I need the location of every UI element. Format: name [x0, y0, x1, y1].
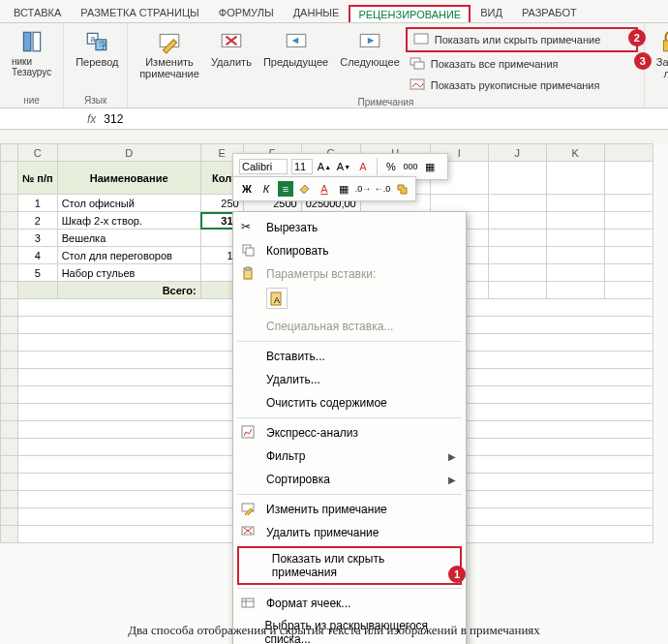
col-header-j[interactable]: J [488, 144, 546, 162]
svg-text:a: a [91, 34, 96, 44]
group-label-proofing: ние [6, 93, 57, 106]
ctx-quick-analysis[interactable]: Экспресс-анализ [233, 421, 466, 445]
ctx-filter[interactable]: Фильтр▶ [233, 445, 466, 468]
copy-icon [241, 243, 257, 259]
svg-text:字: 字 [99, 41, 107, 50]
cell[interactable]: Набор стульев [57, 264, 200, 282]
cell[interactable]: Вешелка [57, 230, 200, 247]
ctx-edit-comment[interactable]: Изменить примечание [233, 498, 466, 521]
total-label: Всего: [57, 282, 200, 299]
context-menu: ✂ Вырезать Копировать Параметры вставки:… [232, 211, 467, 644]
show-ink-comments-button[interactable]: Показать рукописные примечания 3 [406, 76, 638, 95]
tab-insert[interactable]: ВСТАВКА [4, 3, 71, 22]
cell[interactable]: Шкаф 2-х створ. [57, 212, 200, 230]
borders-icon[interactable]: ▦ [336, 181, 351, 197]
tab-page-layout[interactable]: РАЗМЕТКА СТРАНИЦЫ [71, 3, 208, 22]
svg-rect-21 [242, 426, 254, 438]
show-hide-comment-highlight: Показать или скрыть примечание 2 [406, 27, 638, 52]
previous-comment-button[interactable]: Предыдущее [258, 27, 334, 70]
formula-bar: fx 312 [0, 108, 668, 130]
tab-formulas[interactable]: ФОРМУЛЫ [209, 3, 284, 22]
align-center-icon[interactable]: ≡ [278, 181, 293, 197]
bold-button[interactable]: Ж [239, 181, 255, 197]
svg-rect-0 [23, 32, 31, 51]
cell[interactable]: 5 [18, 264, 58, 282]
ctx-sort[interactable]: Сортировка▶ [233, 468, 466, 491]
corner-cell[interactable] [1, 144, 18, 162]
protect-button[interactable]: Защи ли [651, 27, 668, 81]
ctx-paste-special[interactable]: Специальная вставка... [233, 315, 466, 338]
translate-button[interactable]: a字 Перевод [70, 27, 124, 70]
paste-option-default[interactable]: A [266, 288, 288, 309]
delete-comment-icon [219, 29, 244, 54]
svg-rect-10 [414, 34, 428, 44]
svg-text:A: A [274, 295, 280, 305]
formula-value[interactable]: 312 [104, 112, 123, 126]
translate-icon: a字 [84, 29, 109, 54]
ctx-paste-options: A [233, 286, 466, 315]
group-label-comments: Примечания [134, 95, 638, 107]
svg-rect-18 [246, 267, 250, 270]
comments-icon [410, 56, 425, 72]
cell[interactable]: 2 [18, 212, 58, 230]
scissors-icon: ✂ [241, 220, 257, 235]
col-header-d[interactable]: D [57, 144, 200, 162]
cell[interactable]: 3 [18, 230, 58, 247]
svg-rect-1 [33, 32, 41, 51]
show-all-comments-button[interactable]: Показать все примечания [406, 54, 638, 74]
tab-view[interactable]: ВИД [471, 3, 512, 22]
book-icon [19, 29, 45, 54]
decrease-decimal-icon[interactable]: ←.0 [375, 181, 390, 197]
ctx-format-cells[interactable]: Формат ячеек... [233, 592, 466, 615]
group-label-language: Язык [70, 93, 121, 106]
fill-color-icon[interactable] [297, 181, 313, 197]
border-icon[interactable]: ▦ [422, 159, 438, 174]
ribbon-body: ники Тезаурус ние a字 Перевод Язык Измени… [0, 23, 668, 108]
decrease-font-icon[interactable]: A▼ [336, 159, 351, 174]
italic-button[interactable]: К [258, 181, 274, 197]
next-comment-button[interactable]: Следующее [334, 27, 406, 70]
format-cells-icon [241, 596, 257, 611]
figure-caption: Два способа отображения и скрытия текста… [0, 623, 668, 638]
ctx-delete-comment[interactable]: Удалить примечание [233, 521, 466, 544]
increase-decimal-icon[interactable]: .0→ [355, 181, 371, 197]
font-name-input[interactable] [239, 159, 288, 174]
lock-icon [657, 29, 668, 54]
mini-toolbar-row2[interactable]: Ж К ≡ A ▦ .0→ ←.0 [232, 176, 416, 201]
tab-data[interactable]: ДАННЫЕ [284, 3, 349, 22]
show-hide-comment-button[interactable]: Показать или скрыть примечание [410, 30, 634, 49]
delete-comment-button[interactable]: Удалить [205, 27, 258, 70]
ctx-insert[interactable]: Вставить... [233, 345, 466, 368]
svg-rect-14 [663, 41, 668, 51]
thousands-icon[interactable]: 000 [403, 159, 418, 174]
font-color2-icon[interactable]: A [317, 181, 332, 197]
cell[interactable]: Стол офисный [57, 195, 200, 212]
svg-rect-12 [414, 62, 424, 69]
edit-comment-icon [241, 502, 257, 517]
thesaurus-button[interactable]: ники Тезаурус [6, 27, 57, 79]
cell[interactable]: 1 [18, 195, 58, 212]
svg-rect-24 [242, 598, 254, 607]
cell[interactable]: Стол для переговоров [57, 247, 200, 264]
ctx-show-hide-comments[interactable]: Показать или скрыть примечания [239, 548, 460, 583]
col-header-c[interactable]: C [18, 144, 58, 162]
increase-font-icon[interactable]: A▲ [317, 159, 332, 174]
cell[interactable]: 4 [18, 247, 58, 264]
format-painter-icon[interactable] [394, 181, 410, 197]
ctx-copy[interactable]: Копировать [233, 239, 466, 262]
ctx-delete[interactable]: Удалить... [233, 368, 466, 391]
fx-icon[interactable]: fx [87, 112, 96, 126]
ctx-clear-contents[interactable]: Очистить содержимое [233, 391, 466, 414]
font-color-icon[interactable]: A [355, 159, 371, 174]
ribbon-tabs: ВСТАВКА РАЗМЕТКА СТРАНИЦЫ ФОРМУЛЫ ДАННЫЕ… [0, 0, 668, 23]
font-size-input[interactable] [291, 159, 313, 174]
tab-developer[interactable]: РАЗРАБОТ [512, 3, 587, 22]
tab-review[interactable]: РЕЦЕНЗИРОВАНИЕ [349, 5, 471, 22]
clipboard-icon [241, 266, 257, 282]
ctx-cut[interactable]: ✂ Вырезать [233, 216, 466, 239]
col-header-k[interactable]: K [546, 144, 604, 162]
percent-icon[interactable]: % [383, 159, 399, 174]
table-header-name: Наименование [57, 162, 200, 195]
edit-comment-button[interactable]: Изменить примечание [134, 27, 205, 81]
prev-comment-icon [284, 29, 309, 54]
